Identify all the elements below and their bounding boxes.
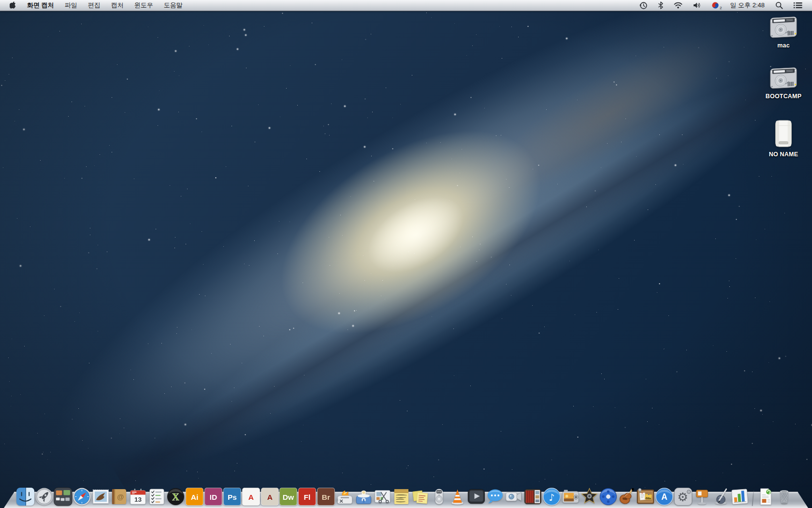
svg-text:13: 13 [134, 496, 142, 503]
dock-item-finder[interactable] [16, 486, 35, 506]
svg-text:X: X [172, 492, 179, 502]
svg-text:Dw: Dw [283, 493, 294, 501]
dock-item-pages[interactable] [711, 486, 730, 506]
dock-item-facetime[interactable] [505, 486, 523, 506]
stickies-icon [411, 487, 430, 506]
mail-icon [91, 487, 110, 506]
menu-capture[interactable]: 캡처 [106, 0, 129, 11]
dock-item-dreamweaver[interactable]: Dw [279, 486, 298, 506]
apple-menu[interactable] [7, 0, 22, 11]
dock-item-messages[interactable] [486, 486, 505, 506]
dock-item-illustrator[interactable]: Ai [185, 486, 204, 506]
dock-item-launchpad[interactable] [35, 486, 54, 506]
dock-item-garageband[interactable] [618, 486, 637, 506]
dock-item-itunes[interactable]: ♪ [542, 486, 561, 506]
desktop-volume-no-name[interactable]: NO NAME [754, 119, 812, 158]
desktop-wallpaper [0, 0, 812, 508]
desktop-volume-bootcamp[interactable]: BOOTCAMP [754, 63, 812, 100]
facetime-icon [505, 487, 523, 506]
finder-icon [16, 487, 35, 506]
dock-item-reminders[interactable] [147, 486, 166, 506]
quarkxpress-icon: X [166, 487, 185, 506]
calendar-icon: 13 [129, 487, 147, 506]
dock-item-safari[interactable] [72, 486, 91, 506]
flash-icon: Fl [298, 487, 317, 506]
iphoto-icon [561, 487, 580, 506]
menu-bar: 화면 캡처 파일 편집 캡처 윈도우 도움말 [0, 0, 812, 11]
status-volume[interactable] [689, 0, 705, 11]
dock-item-quarkxpress[interactable]: X [166, 486, 185, 506]
status-wifi[interactable] [670, 0, 686, 11]
quicktime-player-icon [467, 487, 486, 506]
svg-text:⚙: ⚙ [686, 488, 692, 495]
dock-item-iphoto[interactable] [561, 486, 580, 506]
svg-text:@: @ [117, 493, 124, 501]
internal-hard-drive-icon [768, 63, 798, 92]
internal-hard-drive-icon [768, 13, 798, 42]
desktop-volume-mac[interactable]: mac [754, 13, 812, 49]
dock-item-keynote[interactable] [693, 486, 711, 506]
dock-item-notes[interactable] [392, 486, 411, 506]
status-time-machine[interactable] [636, 0, 652, 11]
dock-item-numbers[interactable] [730, 486, 749, 506]
dock-item-mail[interactable] [91, 486, 110, 506]
vignette [0, 0, 812, 508]
dock-item-roxio-popcorn[interactable] [354, 486, 373, 506]
dock-apps: @13XAiIDPsAADwFlBrDVD♪A⚙⚙ [16, 486, 749, 506]
menu-edit[interactable]: 편집 [83, 0, 106, 11]
dock-item-stickies[interactable] [411, 486, 430, 506]
dock-item-indesign[interactable]: ID [204, 486, 223, 506]
dock-item-photo-booth[interactable] [523, 486, 542, 506]
time-machine-icon [639, 1, 648, 10]
svg-text:A: A [248, 493, 254, 501]
dock-item-photoshop[interactable]: Ps [223, 486, 242, 506]
menu-clock[interactable]: 일 오후 2:48 [726, 1, 768, 10]
launchpad-icon [35, 487, 54, 506]
dock-item-grab[interactable] [373, 486, 392, 506]
dock-item-bridge[interactable]: Br [317, 486, 335, 506]
dock-item-app-store[interactable]: A [655, 486, 674, 506]
status-bluetooth[interactable] [654, 0, 667, 11]
garageband-icon [618, 487, 637, 506]
app-menu-screen-capture[interactable]: 화면 캡처 [22, 0, 59, 11]
dock-item-mission-control[interactable] [54, 486, 72, 506]
dock-item-contacts[interactable]: @ [110, 486, 129, 506]
pages-icon [711, 487, 730, 506]
grab-icon [373, 487, 392, 506]
status-input-korean[interactable]: 2 [708, 0, 723, 11]
dock-item-acrobat-reader[interactable]: A [242, 486, 261, 506]
roxio-popcorn-icon [354, 487, 373, 506]
dock: @13XAiIDPsAADwFlBrDVD♪A⚙⚙ [0, 477, 812, 508]
dock-item-acrobat-pro[interactable]: A [261, 486, 279, 506]
dock-item-toast-titanium[interactable] [335, 486, 354, 506]
system-preferences-icon: ⚙⚙ [674, 487, 693, 506]
korean-flag-icon [711, 1, 719, 9]
dock-item-flash[interactable]: Fl [298, 486, 317, 506]
status-notification-center[interactable] [790, 0, 806, 11]
dock-item-idvd[interactable] [599, 486, 618, 506]
svg-text:ID: ID [210, 493, 218, 501]
dock-item-pinboard-app[interactable] [636, 486, 655, 506]
dock-others [756, 486, 794, 506]
app-store-icon: A [655, 487, 674, 506]
dock-item-dvd-player[interactable]: DVD [430, 486, 449, 506]
dock-item-calendar[interactable]: 13 [129, 486, 147, 506]
status-spotlight[interactable] [771, 0, 787, 11]
photo-booth-icon [523, 487, 542, 506]
dock-item-vlc[interactable] [448, 486, 467, 506]
dock-item-system-preferences[interactable]: ⚙⚙ [674, 486, 693, 506]
menu-window[interactable]: 윈도우 [129, 0, 159, 11]
removable-drive-icon [754, 119, 812, 150]
indesign-icon: ID [204, 487, 223, 506]
dreamweaver-icon: Dw [279, 487, 298, 506]
hard-drive-icon [754, 13, 812, 42]
dock-item-imovie[interactable] [580, 486, 599, 506]
dock-item-document[interactable] [756, 486, 775, 506]
menu-file[interactable]: 파일 [59, 0, 83, 11]
trash-icon [775, 487, 794, 506]
dock-item-quicktime-player[interactable] [467, 486, 486, 506]
dock-item-trash[interactable] [775, 486, 794, 506]
volume-label: NO NAME [754, 151, 812, 158]
menu-help[interactable]: 도움말 [159, 0, 188, 11]
messages-icon [486, 487, 505, 506]
